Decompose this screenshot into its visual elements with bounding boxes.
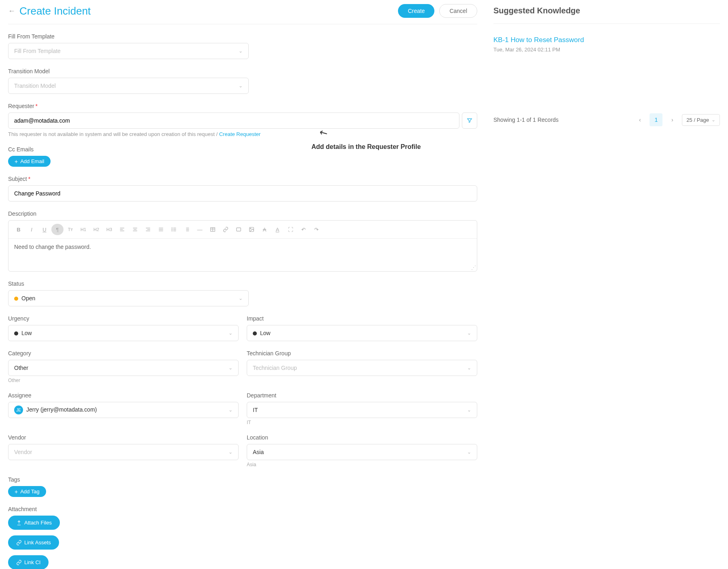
- requester-label: Requester: [8, 103, 477, 109]
- align-center-icon[interactable]: [129, 224, 141, 235]
- location-select[interactable]: Asia ⌄: [247, 444, 477, 460]
- h3-icon[interactable]: H3: [103, 224, 115, 235]
- chevron-down-icon: ⌄: [239, 48, 243, 54]
- urgency-value: Low: [21, 330, 32, 336]
- subject-input[interactable]: [8, 185, 477, 202]
- department-select[interactable]: IT ⌄: [247, 402, 477, 418]
- category-select[interactable]: Other ⌄: [8, 360, 239, 376]
- vendor-label: Vendor: [8, 434, 239, 441]
- attach-files-button[interactable]: Attach Files: [8, 516, 60, 530]
- svg-point-12: [172, 228, 172, 228]
- page-title: Create Incident: [19, 5, 91, 17]
- impact-select[interactable]: Low ⌄: [247, 325, 477, 341]
- h2-icon[interactable]: H2: [90, 224, 102, 235]
- bullet-list-icon[interactable]: [168, 224, 180, 235]
- impact-value: Low: [260, 330, 271, 336]
- transition-label: Transition Model: [8, 68, 477, 74]
- fullscreen-icon[interactable]: ⛶: [284, 224, 296, 235]
- category-value: Other: [14, 365, 28, 371]
- kb-item-title: KB-1 How to Reset Password: [493, 36, 720, 44]
- status-value: Open: [21, 295, 35, 301]
- chevron-down-icon: ⌄: [229, 365, 233, 371]
- location-value: Asia: [253, 449, 264, 455]
- align-left-icon[interactable]: [116, 224, 128, 235]
- department-label: Department: [247, 392, 477, 399]
- bold-icon[interactable]: B: [13, 224, 25, 235]
- pagination-info: Showing 1-1 of 1 Records: [493, 117, 559, 123]
- attach-files-label: Attach Files: [24, 520, 52, 526]
- italic-icon[interactable]: I: [25, 224, 38, 235]
- kb-item[interactable]: KB-1 How to Reset Password Tue, Mar 26, …: [493, 36, 720, 53]
- back-arrow-icon[interactable]: ←: [8, 7, 15, 15]
- create-button[interactable]: Create: [398, 4, 434, 18]
- page-number[interactable]: 1: [650, 113, 662, 126]
- tech-group-placeholder: Technician Group: [253, 365, 297, 371]
- tech-group-select[interactable]: Technician Group ⌄: [247, 360, 477, 376]
- template-label: Fill From Template: [8, 33, 477, 40]
- numbered-list-icon[interactable]: [181, 224, 193, 235]
- department-value: IT: [253, 407, 258, 413]
- requester-hint-text: This requester is not available in syste…: [8, 131, 219, 137]
- align-right-icon[interactable]: [142, 224, 154, 235]
- resize-handle-icon[interactable]: ⋰: [471, 265, 476, 270]
- assignee-label: Assignee: [8, 392, 239, 399]
- page-size-select[interactable]: 25 / Page ⌄: [682, 114, 720, 126]
- template-placeholder: Fill From Template: [14, 48, 61, 54]
- add-tag-button[interactable]: + Add Tag: [8, 486, 46, 497]
- location-label: Location: [247, 434, 477, 441]
- category-subtext: Other: [8, 378, 239, 383]
- link-icon[interactable]: [220, 224, 232, 235]
- tech-group-label: Technician Group: [247, 350, 477, 357]
- kb-divider: [493, 23, 720, 24]
- status-label: Status: [8, 280, 477, 287]
- location-subtext: Asia: [247, 462, 477, 467]
- cancel-button[interactable]: Cancel: [439, 4, 477, 18]
- video-icon[interactable]: [233, 224, 245, 235]
- requester-hint: This requester is not available in syste…: [8, 131, 477, 137]
- hr-icon[interactable]: —: [194, 224, 206, 235]
- assignee-value: Jerry (jerry@motadata.com): [26, 406, 97, 413]
- clear-format-icon[interactable]: A: [258, 224, 271, 235]
- h1-icon[interactable]: H1: [77, 224, 89, 235]
- image-icon[interactable]: [245, 224, 258, 235]
- urgency-select[interactable]: Low ⌄: [8, 325, 239, 341]
- avatar-icon: JE: [14, 406, 23, 414]
- redo-icon[interactable]: ↷: [310, 224, 322, 235]
- link-ci-button[interactable]: Link CI: [8, 555, 49, 569]
- paragraph-icon[interactable]: ¶: [51, 224, 63, 235]
- undo-icon[interactable]: ↶: [297, 224, 309, 235]
- plus-icon: +: [15, 159, 18, 164]
- font-color-icon[interactable]: A: [271, 224, 284, 235]
- filter-icon: [467, 118, 472, 123]
- impact-label: Impact: [247, 315, 477, 322]
- add-email-button[interactable]: + Add Email: [8, 156, 51, 167]
- prev-page-button[interactable]: ‹: [633, 113, 646, 126]
- text-size-icon[interactable]: Tᴛ: [64, 224, 76, 235]
- vendor-select[interactable]: Vendor ⌄: [8, 444, 239, 460]
- align-justify-icon[interactable]: [155, 224, 167, 235]
- create-requester-link[interactable]: Create Requester: [219, 131, 261, 137]
- page-size-label: 25 / Page: [686, 117, 709, 123]
- link-assets-button[interactable]: Link Assets: [8, 535, 59, 550]
- chevron-down-icon: ⌄: [711, 117, 715, 123]
- chevron-down-icon: ⌄: [467, 330, 471, 336]
- chevron-down-icon: ⌄: [229, 407, 233, 413]
- assignee-select[interactable]: JEJerry (jerry@motadata.com) ⌄: [8, 402, 239, 418]
- page-header: ← Create Incident Create Cancel: [8, 4, 477, 24]
- urgency-label: Urgency: [8, 315, 239, 322]
- requester-input[interactable]: [8, 113, 459, 129]
- kb-title: Suggested Knowledge: [493, 4, 720, 15]
- filter-button[interactable]: [462, 113, 478, 129]
- kb-item-date: Tue, Mar 26, 2024 02:11 PM: [493, 47, 720, 53]
- description-textarea[interactable]: Need to change the password. ⋰: [8, 239, 477, 271]
- status-select[interactable]: Open ⌄: [8, 290, 249, 306]
- template-select[interactable]: Fill From Template ⌄: [8, 43, 249, 59]
- underline-icon[interactable]: U: [38, 224, 51, 235]
- table-icon[interactable]: [207, 224, 219, 235]
- transition-select[interactable]: Transition Model ⌄: [8, 78, 249, 94]
- chevron-down-icon: ⌄: [467, 407, 471, 413]
- next-page-button[interactable]: ›: [666, 113, 679, 126]
- transition-placeholder: Transition Model: [14, 83, 56, 89]
- svg-point-14: [172, 229, 172, 229]
- urgency-dot-icon: [14, 331, 18, 335]
